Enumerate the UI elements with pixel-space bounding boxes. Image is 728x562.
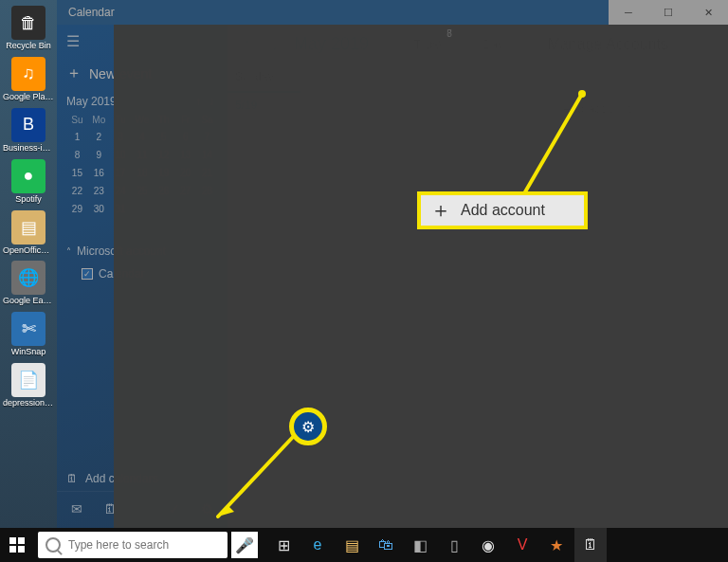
calendar-day-cell[interactable]: 3	[301, 267, 375, 354]
mini-day-cell[interactable]: 6	[174, 128, 196, 146]
task-view-icon[interactable]: ⊞	[267, 528, 300, 562]
today-button[interactable]: 🗓 Today	[390, 34, 453, 55]
calendar-day-cell[interactable]: 11	[374, 354, 448, 441]
day-icon: 🗓	[467, 38, 479, 51]
desktop-icon[interactable]: 🌐 Google Earth Pro	[3, 261, 54, 306]
calendar-day-cell[interactable]: 17	[301, 441, 375, 528]
mini-day-cell[interactable]: 9	[88, 146, 110, 164]
mini-day-cell[interactable]: 17	[110, 164, 132, 182]
calendar-day-cell[interactable]: 26	[228, 180, 301, 267]
calendar-day-cell[interactable]: 22	[448, 93, 522, 180]
mini-day-cell[interactable]: 12	[153, 146, 174, 164]
close-button[interactable]	[688, 0, 728, 25]
desktop-icon[interactable]: B Business-in… 2016	[3, 108, 54, 154]
new-event-button[interactable]: ＋ New event	[66, 63, 218, 83]
mini-day-cell[interactable]: 27	[174, 182, 196, 200]
todo-icon[interactable]: ✓	[163, 498, 186, 520]
calendar-day-cell[interactable]: 5	[448, 267, 522, 354]
mini-day-cell[interactable]: 26	[153, 182, 174, 200]
calendar-day-cell[interactable]: 4	[374, 267, 448, 354]
dow-header[interactable]: Monday	[300, 64, 373, 93]
mail-icon[interactable]: ✉	[65, 498, 88, 520]
desktop-icon[interactable]: ● Spotify	[3, 159, 54, 205]
desktop-icon[interactable]: 📄 depression-…	[3, 363, 54, 408]
account-header[interactable]: ˄ Microsoft account	[66, 245, 218, 258]
edge-icon[interactable]: e	[301, 528, 334, 562]
gear-icon: ⚙	[301, 418, 315, 436]
mini-day-cell[interactable]: 4	[132, 128, 154, 146]
calendar-day-cell[interactable]: 2	[228, 267, 301, 354]
calendar-day-cell[interactable]: 5/19	[228, 93, 301, 180]
mini-day-cell[interactable]: 24	[110, 182, 132, 200]
svg-rect-5	[18, 537, 25, 544]
dow-header[interactable]: Tuesday	[373, 64, 446, 93]
mini-day-cell[interactable]: 19	[153, 164, 174, 182]
maximize-button[interactable]	[648, 0, 688, 25]
calendar-day-cell[interactable]: 20	[301, 93, 375, 180]
calendar-day-cell[interactable]: 19	[448, 441, 522, 528]
mini-day-cell[interactable]: 23	[88, 182, 110, 200]
people-icon[interactable]: 👥	[131, 498, 154, 520]
store-icon[interactable]: 🛍	[370, 528, 402, 562]
hamburger-icon[interactable]: ☰	[66, 32, 218, 50]
calendar-day-cell[interactable]: 27	[301, 180, 375, 267]
minimize-button[interactable]	[609, 0, 648, 25]
mini-day-cell[interactable]: 29	[66, 200, 88, 218]
mini-day-cell[interactable]: 20	[174, 164, 196, 182]
desktop-icon[interactable]: ✄ WinSnap	[3, 312, 54, 357]
mini-day-cell[interactable]: 18	[132, 164, 154, 182]
add-calendars-button[interactable]: 🗓 Add calendars	[57, 462, 228, 491]
desktop-icon[interactable]: 🗑 Recycle Bin	[3, 6, 54, 51]
mini-day-cell[interactable]: 30	[88, 200, 110, 218]
sidebar-bottom-bar: ✉ 🗓 👥 ✓ ⚙	[57, 491, 228, 528]
back-button[interactable]: ‹	[534, 37, 538, 52]
checkbox-checked-icon[interactable]: ✓	[82, 268, 93, 280]
account-calendar-item[interactable]: ✓ Calendar	[82, 267, 218, 281]
mini-day-cell[interactable]: 28	[196, 182, 218, 200]
mini-day-cell[interactable]: 14	[196, 146, 218, 164]
start-button[interactable]	[0, 528, 34, 562]
mini-day-cell[interactable]: 25	[132, 182, 154, 200]
app-icon-3[interactable]: ★	[540, 528, 573, 562]
mini-prev-button[interactable]: ↑	[191, 95, 205, 108]
app-icon-1[interactable]: ◧	[404, 528, 436, 562]
mini-day-cell[interactable]: 13	[174, 146, 196, 164]
next-month-button[interactable]: ↓	[264, 31, 284, 58]
dow-header[interactable]: Wednesday	[446, 64, 521, 93]
desktop-icon[interactable]: ♫ Google Play Music Des…	[3, 57, 54, 102]
mini-day-cell[interactable]: 2	[88, 128, 110, 146]
mini-day-cell[interactable]: 11	[132, 146, 154, 164]
settings-gear-icon[interactable]: ⚙	[196, 498, 219, 520]
mini-day-cell[interactable]: 1	[66, 128, 88, 146]
search-input[interactable]	[68, 538, 220, 552]
dow-header[interactable]: Sunday	[228, 64, 300, 93]
mini-day-cell[interactable]: 22	[66, 182, 88, 200]
add-account-button[interactable]: ＋ Add account	[532, 89, 719, 127]
calendar-day-cell[interactable]: 16	[228, 441, 301, 528]
mini-day-cell[interactable]: 7	[196, 128, 218, 146]
day-view-button[interactable]: 🗓 Day	[459, 34, 512, 55]
mini-day-cell[interactable]: 15	[66, 164, 88, 182]
mini-day-cell[interactable]: 31	[110, 200, 132, 218]
calendar-day-cell[interactable]: 21	[374, 93, 448, 180]
mini-day-cell[interactable]: 3	[110, 128, 132, 146]
desktop-icon[interactable]: ▤ OpenOffice 4.1.6 (en-U…	[3, 210, 54, 256]
mini-next-button[interactable]: ↓	[205, 95, 218, 108]
mini-day-cell[interactable]: 8	[66, 146, 88, 164]
calendar-day-cell[interactable]: 12	[448, 354, 522, 441]
vivaldi-icon[interactable]: V	[506, 528, 538, 562]
cortana-mic-icon[interactable]: 🎤	[231, 532, 258, 558]
file-explorer-icon[interactable]: ▤	[336, 528, 368, 562]
app-icon-2[interactable]: ▯	[438, 528, 470, 562]
mini-day-cell[interactable]: 10	[110, 146, 132, 164]
taskbar-search[interactable]	[38, 532, 228, 558]
mini-day-cell[interactable]: 5	[153, 128, 174, 146]
calendar-taskbar-icon[interactable]: 🗓	[574, 528, 607, 562]
calendar-day-cell[interactable]: 18	[374, 441, 448, 528]
chrome-icon[interactable]: ◉	[472, 528, 504, 562]
prev-month-button[interactable]: ↑	[237, 31, 258, 58]
mini-day-cell[interactable]: 21	[196, 164, 218, 182]
mini-dow-header: Sa	[196, 112, 218, 128]
calendar-icon[interactable]: 🗓	[99, 498, 121, 520]
mini-day-cell[interactable]: 16	[88, 164, 110, 182]
